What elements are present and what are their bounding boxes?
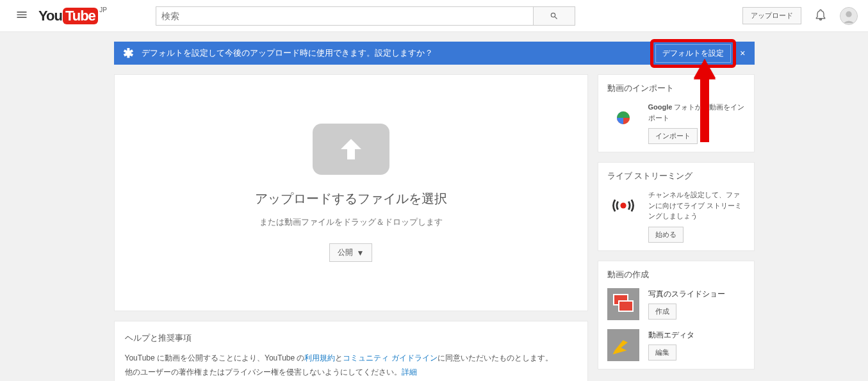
help-line2: 他のユーザーの著作権またはプライバシー権を侵害しないようにしてください。詳細 <box>125 366 577 380</box>
guidelines-link[interactable]: コミュニティ ガイドライン <box>343 353 437 362</box>
terms-link[interactable]: 利用規約 <box>304 353 335 362</box>
banner-button-wrap: デフォルトを設定 <box>655 44 731 63</box>
upload-button[interactable]: アップロード <box>742 7 801 24</box>
slideshow-row: 写真のスライドショー 作成 <box>607 288 745 320</box>
right-column: 動画のインポート Google フォトから動画をインポート インポート <box>598 74 755 381</box>
import-content: Google フォトから動画をインポート インポート <box>648 102 745 144</box>
help-line1: YouTube に動画を公開することにより、YouTube の利用規約とコミュニ… <box>125 352 577 366</box>
import-title: 動画のインポート <box>607 83 745 94</box>
set-defaults-button[interactable]: デフォルトを設定 <box>655 44 731 63</box>
help-title: ヘルプと推奨事項 <box>125 330 577 345</box>
editor-row: 動画エディタ 編集 <box>607 329 745 361</box>
create-card: 動画の作成 写真のスライドショー 作成 動画エディタ <box>598 261 755 369</box>
main: アップロードするファイルを選択 または動画ファイルをドラッグ＆ドロップします 公… <box>114 74 755 381</box>
search-button[interactable] <box>534 6 575 26</box>
logo-you: You <box>38 8 62 24</box>
upload-subtitle: または動画ファイルをドラッグ＆ドロップします <box>259 216 443 228</box>
privacy-select[interactable]: 公開 ▼ <box>329 243 373 262</box>
slideshow-icon <box>607 288 639 320</box>
content: ✱ デフォルトを設定して今後のアップロード時に使用できます。設定しますか？ デフ… <box>114 42 755 381</box>
slideshow-button[interactable]: 作成 <box>648 304 676 320</box>
live-start-button[interactable]: 始める <box>648 227 684 243</box>
notifications-icon[interactable] <box>814 8 827 23</box>
banner-text: デフォルトを設定して今後のアップロード時に使用できます。設定しますか？ <box>142 47 656 59</box>
banner: ✱ デフォルトを設定して今後のアップロード時に使用できます。設定しますか？ デフ… <box>114 42 755 65</box>
svg-point-1 <box>846 11 851 17</box>
editor-button[interactable]: 編集 <box>648 345 676 361</box>
live-content: チャンネルを設定して、ファンに向けてライブ ストリーミングしましょう 始める <box>648 190 745 243</box>
asterisk-icon: ✱ <box>123 45 134 61</box>
help-box: ヘルプと推奨事項 YouTube に動画を公開することにより、YouTube の… <box>114 321 588 381</box>
close-icon[interactable]: × <box>740 48 745 58</box>
menu-icon[interactable] <box>10 3 33 28</box>
live-title: ライブ ストリーミング <box>607 170 745 182</box>
youtube-logo[interactable]: You Tube JP <box>38 8 98 24</box>
create-title: 動画の作成 <box>607 269 745 280</box>
svg-rect-5 <box>619 301 633 311</box>
details-link[interactable]: 詳細 <box>402 368 417 377</box>
search-input[interactable] <box>156 6 534 26</box>
slideshow-label: 写真のスライドショー <box>648 289 745 300</box>
upload-title: アップロードするファイルを選択 <box>255 190 447 207</box>
search-wrap <box>156 6 575 26</box>
header-right: アップロード <box>742 7 858 25</box>
upload-area[interactable]: アップロードするファイルを選択 または動画ファイルをドラッグ＆ドロップします 公… <box>114 74 588 311</box>
google-photos-icon <box>607 102 639 134</box>
live-card: ライブ ストリーミング チャンネルを設定して、ファンに向けてライブ ストリーミン… <box>598 162 755 251</box>
search-icon <box>550 12 559 20</box>
header: You Tube JP アップロード <box>0 0 868 32</box>
chevron-down-icon: ▼ <box>357 248 364 257</box>
import-button[interactable]: インポート <box>648 128 698 144</box>
privacy-label: 公開 <box>338 247 353 258</box>
logo-region: JP <box>99 6 107 13</box>
logo-tube: Tube <box>63 8 98 24</box>
avatar[interactable] <box>840 7 858 25</box>
svg-point-2 <box>620 202 626 208</box>
editor-icon <box>607 329 639 361</box>
upload-icon <box>313 124 389 175</box>
import-card: 動画のインポート Google フォトから動画をインポート インポート <box>598 74 755 152</box>
live-icon <box>607 190 639 222</box>
left-column: アップロードするファイルを選択 または動画ファイルをドラッグ＆ドロップします 公… <box>114 74 588 381</box>
editor-label: 動画エディタ <box>648 330 745 341</box>
